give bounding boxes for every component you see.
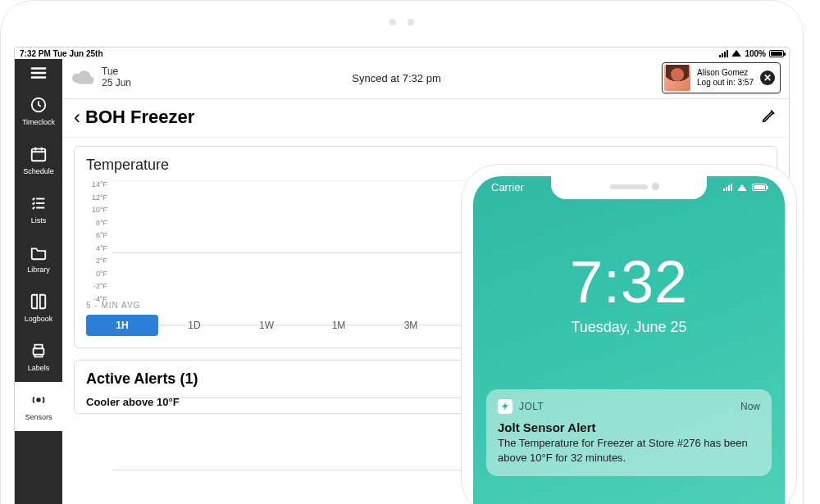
sidebar-item-lists[interactable]: Lists (15, 185, 62, 234)
wifi-icon (737, 184, 747, 191)
phone-notch (551, 176, 707, 199)
clock-icon (29, 95, 48, 115)
page-title: BOH Freezer (85, 107, 194, 128)
notification-body: The Temperature for Freezer at Store #27… (498, 436, 760, 465)
svg-rect-2 (34, 348, 44, 354)
sidebar-item-schedule[interactable]: Schedule (15, 136, 62, 185)
hamburger-menu-button[interactable] (15, 59, 62, 87)
sidebar-item-label: Logbook (25, 315, 53, 323)
back-button[interactable]: ‹ (74, 106, 80, 129)
jolt-app-icon (498, 399, 512, 414)
user-session-box[interactable]: Alison Gomez Log out in: 3:57 ✕ (662, 62, 781, 93)
calendar-icon (29, 144, 48, 164)
notification-title: Jolt Sensor Alert (498, 420, 760, 434)
checklist-icon (29, 193, 48, 213)
svg-point-3 (37, 398, 40, 402)
ipad-speaker (390, 19, 414, 25)
range-1h[interactable]: 1H (86, 315, 158, 336)
sidebar-item-label: Timeclock (22, 118, 55, 126)
user-logout-timer: Log out in: 3:57 (697, 78, 754, 88)
edit-button[interactable] (761, 107, 777, 127)
header-date-num: 25 Jun (102, 78, 131, 89)
range-1w[interactable]: 1W (230, 315, 303, 336)
sidebar-item-label: Lists (31, 216, 47, 225)
close-icon[interactable]: ✕ (760, 70, 775, 85)
sidebar-item-label: Sensors (25, 413, 52, 421)
printer-icon (29, 341, 48, 361)
notification-app-name: JOLT (519, 401, 544, 412)
ipad-status-bar: 7:32 PM Tue Jun 25th 100% (15, 48, 789, 59)
wifi-icon (731, 50, 741, 57)
phone-lock-screen: Carrier 7:32 Tuesday, June 25 JOLT Now J… (473, 176, 785, 504)
notification-card[interactable]: JOLT Now Jolt Sensor Alert The Temperatu… (486, 389, 772, 476)
range-1m[interactable]: 1M (303, 315, 375, 336)
sidebar-item-logbook[interactable]: Logbook (15, 284, 62, 333)
folder-icon (29, 243, 48, 262)
sidebar: Timeclock Schedule Lists Library Logbook (15, 59, 62, 504)
top-bar: Tue 25 Jun Synced at 7:32 pm Alison Gome… (62, 59, 789, 99)
range-1d[interactable]: 1D (158, 315, 230, 336)
battery-icon (752, 184, 767, 191)
sidebar-item-label: Library (27, 266, 50, 274)
svg-rect-1 (32, 149, 46, 161)
sidebar-item-label: Schedule (23, 167, 54, 175)
sidebar-item-sensors[interactable]: Sensors (15, 382, 62, 431)
phone-device-frame: Carrier 7:32 Tuesday, June 25 JOLT Now J… (461, 164, 797, 504)
battery-percent: 100% (745, 49, 766, 58)
sidebar-item-label: Labels (28, 364, 50, 372)
lock-screen-time: 7:32 (473, 248, 785, 316)
book-icon (29, 292, 48, 311)
lock-screen-date: Tuesday, June 25 (473, 319, 785, 336)
header-date-day: Tue (102, 66, 131, 78)
cellular-icon (719, 50, 728, 57)
status-time: 7:32 PM Tue Jun 25th (20, 49, 103, 58)
range-3m[interactable]: 3M (375, 315, 447, 336)
battery-icon (769, 50, 784, 57)
sidebar-item-library[interactable]: Library (15, 234, 62, 284)
cellular-icon (723, 184, 732, 191)
sidebar-item-timeclock[interactable]: Timeclock (15, 87, 62, 136)
chart-y-axis: 14°F12°F10°F8°F6°F4°F2°F0°F-2°F-4°F (86, 180, 111, 303)
sync-status: Synced at 7:32 pm (131, 72, 662, 84)
notification-time: Now (740, 401, 760, 412)
carrier-label: Carrier (491, 181, 524, 193)
user-name: Alison Gomez (697, 68, 754, 78)
sensor-icon (29, 390, 48, 410)
sidebar-item-labels[interactable]: Labels (15, 333, 62, 382)
avatar (664, 65, 690, 91)
cloud-sync-icon (71, 70, 95, 86)
